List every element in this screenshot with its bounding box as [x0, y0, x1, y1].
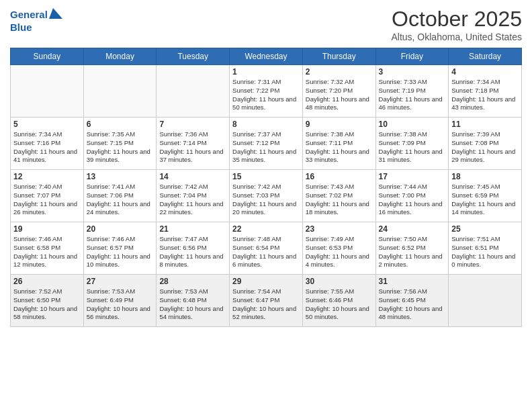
day-info: Sunrise: 7:38 AM Sunset: 7:11 PM Dayligh… [306, 130, 373, 165]
calendar-cell: 29Sunrise: 7:54 AM Sunset: 6:47 PM Dayli… [230, 275, 303, 327]
title-block: October 2025 Altus, Oklahoma, United Sta… [391, 7, 522, 42]
day-number: 6 [87, 120, 154, 129]
day-info: Sunrise: 7:39 AM Sunset: 7:08 PM Dayligh… [451, 130, 519, 165]
day-number: 23 [306, 224, 373, 234]
day-number: 20 [87, 224, 154, 234]
calendar-cell: 31Sunrise: 7:56 AM Sunset: 6:45 PM Dayli… [375, 275, 449, 327]
calendar-cell: 12Sunrise: 7:40 AM Sunset: 7:07 PM Dayli… [11, 170, 84, 222]
calendar: SundayMondayTuesdayWednesdayThursdayFrid… [10, 48, 522, 327]
day-info: Sunrise: 7:46 AM Sunset: 6:57 PM Dayligh… [87, 235, 154, 269]
day-number: 25 [451, 224, 519, 234]
calendar-cell: 25Sunrise: 7:51 AM Sunset: 6:51 PM Dayli… [449, 222, 522, 275]
day-number: 11 [451, 120, 519, 129]
day-number: 31 [379, 277, 446, 286]
calendar-cell: 2Sunrise: 7:32 AM Sunset: 7:20 PM Daylig… [302, 65, 375, 118]
weekday-tuesday: Tuesday [157, 48, 230, 65]
day-number: 28 [159, 277, 226, 286]
day-info: Sunrise: 7:42 AM Sunset: 7:03 PM Dayligh… [232, 183, 300, 217]
day-info: Sunrise: 7:36 AM Sunset: 7:14 PM Dayligh… [159, 130, 226, 165]
calendar-cell: 3Sunrise: 7:33 AM Sunset: 7:19 PM Daylig… [375, 65, 449, 118]
day-info: Sunrise: 7:31 AM Sunset: 7:22 PM Dayligh… [232, 78, 300, 112]
calendar-cell: 20Sunrise: 7:46 AM Sunset: 6:57 PM Dayli… [83, 222, 157, 275]
weekday-monday: Monday [83, 48, 157, 65]
header: General Blue October 2025 Altus, Oklahom… [10, 7, 522, 42]
day-info: Sunrise: 7:35 AM Sunset: 7:15 PM Dayligh… [87, 130, 154, 165]
day-info: Sunrise: 7:34 AM Sunset: 7:18 PM Dayligh… [451, 78, 519, 112]
day-info: Sunrise: 7:50 AM Sunset: 6:52 PM Dayligh… [379, 235, 446, 269]
calendar-cell: 7Sunrise: 7:36 AM Sunset: 7:14 PM Daylig… [157, 118, 230, 170]
day-number: 14 [159, 172, 226, 181]
calendar-cell: 1Sunrise: 7:31 AM Sunset: 7:22 PM Daylig… [230, 65, 303, 118]
day-number: 2 [306, 67, 373, 77]
day-info: Sunrise: 7:43 AM Sunset: 7:02 PM Dayligh… [306, 183, 373, 217]
day-number: 13 [87, 172, 154, 181]
calendar-cell: 11Sunrise: 7:39 AM Sunset: 7:08 PM Dayli… [449, 118, 522, 170]
month-title: October 2025 [391, 7, 522, 32]
svg-marker-0 [49, 8, 62, 19]
day-number: 18 [451, 172, 519, 181]
weekday-header-row: SundayMondayTuesdayWednesdayThursdayFrid… [11, 48, 522, 65]
day-info: Sunrise: 7:46 AM Sunset: 6:58 PM Dayligh… [13, 235, 81, 269]
day-info: Sunrise: 7:53 AM Sunset: 6:49 PM Dayligh… [87, 287, 154, 322]
calendar-cell [449, 275, 522, 327]
day-info: Sunrise: 7:55 AM Sunset: 6:46 PM Dayligh… [306, 287, 373, 322]
calendar-cell: 9Sunrise: 7:38 AM Sunset: 7:11 PM Daylig… [302, 118, 375, 170]
day-info: Sunrise: 7:48 AM Sunset: 6:54 PM Dayligh… [232, 235, 300, 269]
calendar-cell [83, 65, 157, 118]
calendar-cell [157, 65, 230, 118]
location: Altus, Oklahoma, United States [391, 32, 522, 42]
day-number: 8 [232, 120, 300, 129]
day-info: Sunrise: 7:33 AM Sunset: 7:19 PM Dayligh… [379, 78, 446, 112]
calendar-cell: 19Sunrise: 7:46 AM Sunset: 6:58 PM Dayli… [11, 222, 84, 275]
calendar-cell: 30Sunrise: 7:55 AM Sunset: 6:46 PM Dayli… [302, 275, 375, 327]
day-number: 3 [379, 67, 446, 77]
day-number: 1 [232, 67, 300, 77]
day-number: 12 [13, 172, 81, 181]
calendar-cell: 24Sunrise: 7:50 AM Sunset: 6:52 PM Dayli… [375, 222, 449, 275]
calendar-cell: 21Sunrise: 7:47 AM Sunset: 6:56 PM Dayli… [157, 222, 230, 275]
day-number: 30 [306, 277, 373, 286]
calendar-cell: 16Sunrise: 7:43 AM Sunset: 7:02 PM Dayli… [302, 170, 375, 222]
day-info: Sunrise: 7:34 AM Sunset: 7:16 PM Dayligh… [13, 130, 81, 165]
day-number: 4 [451, 67, 519, 77]
day-number: 7 [159, 120, 226, 129]
day-info: Sunrise: 7:54 AM Sunset: 6:47 PM Dayligh… [232, 287, 300, 322]
day-info: Sunrise: 7:44 AM Sunset: 7:00 PM Dayligh… [379, 183, 446, 217]
day-info: Sunrise: 7:40 AM Sunset: 7:07 PM Dayligh… [13, 183, 81, 217]
calendar-cell: 15Sunrise: 7:42 AM Sunset: 7:03 PM Dayli… [230, 170, 303, 222]
day-number: 26 [13, 277, 81, 286]
calendar-cell: 17Sunrise: 7:44 AM Sunset: 7:00 PM Dayli… [375, 170, 449, 222]
day-info: Sunrise: 7:56 AM Sunset: 6:45 PM Dayligh… [379, 287, 446, 322]
day-number: 29 [232, 277, 300, 286]
day-number: 19 [13, 224, 81, 234]
calendar-cell: 6Sunrise: 7:35 AM Sunset: 7:15 PM Daylig… [83, 118, 157, 170]
day-number: 5 [13, 120, 81, 129]
calendar-cell: 4Sunrise: 7:34 AM Sunset: 7:18 PM Daylig… [449, 65, 522, 118]
calendar-cell: 23Sunrise: 7:49 AM Sunset: 6:53 PM Dayli… [302, 222, 375, 275]
calendar-cell: 28Sunrise: 7:53 AM Sunset: 6:48 PM Dayli… [157, 275, 230, 327]
logo-blue: Blue [10, 21, 32, 33]
day-info: Sunrise: 7:53 AM Sunset: 6:48 PM Dayligh… [159, 287, 226, 322]
day-number: 22 [232, 224, 300, 234]
day-number: 21 [159, 224, 226, 234]
week-row-5: 26Sunrise: 7:52 AM Sunset: 6:50 PM Dayli… [11, 275, 522, 327]
calendar-cell: 18Sunrise: 7:45 AM Sunset: 6:59 PM Dayli… [449, 170, 522, 222]
day-info: Sunrise: 7:42 AM Sunset: 7:04 PM Dayligh… [159, 183, 226, 217]
calendar-cell: 27Sunrise: 7:53 AM Sunset: 6:49 PM Dayli… [83, 275, 157, 327]
calendar-cell: 22Sunrise: 7:48 AM Sunset: 6:54 PM Dayli… [230, 222, 303, 275]
weekday-sunday: Sunday [11, 48, 84, 65]
day-info: Sunrise: 7:52 AM Sunset: 6:50 PM Dayligh… [13, 287, 81, 322]
calendar-cell: 5Sunrise: 7:34 AM Sunset: 7:16 PM Daylig… [11, 118, 84, 170]
day-info: Sunrise: 7:51 AM Sunset: 6:51 PM Dayligh… [451, 235, 519, 269]
day-info: Sunrise: 7:49 AM Sunset: 6:53 PM Dayligh… [306, 235, 373, 269]
week-row-3: 12Sunrise: 7:40 AM Sunset: 7:07 PM Dayli… [11, 170, 522, 222]
day-number: 10 [379, 120, 446, 129]
day-info: Sunrise: 7:32 AM Sunset: 7:20 PM Dayligh… [306, 78, 373, 112]
day-info: Sunrise: 7:47 AM Sunset: 6:56 PM Dayligh… [159, 235, 226, 269]
logo: General Blue [10, 7, 62, 33]
day-info: Sunrise: 7:38 AM Sunset: 7:09 PM Dayligh… [379, 130, 446, 165]
calendar-cell: 10Sunrise: 7:38 AM Sunset: 7:09 PM Dayli… [375, 118, 449, 170]
day-info: Sunrise: 7:37 AM Sunset: 7:12 PM Dayligh… [232, 130, 300, 165]
logo-icon [48, 7, 62, 21]
day-number: 24 [379, 224, 446, 234]
